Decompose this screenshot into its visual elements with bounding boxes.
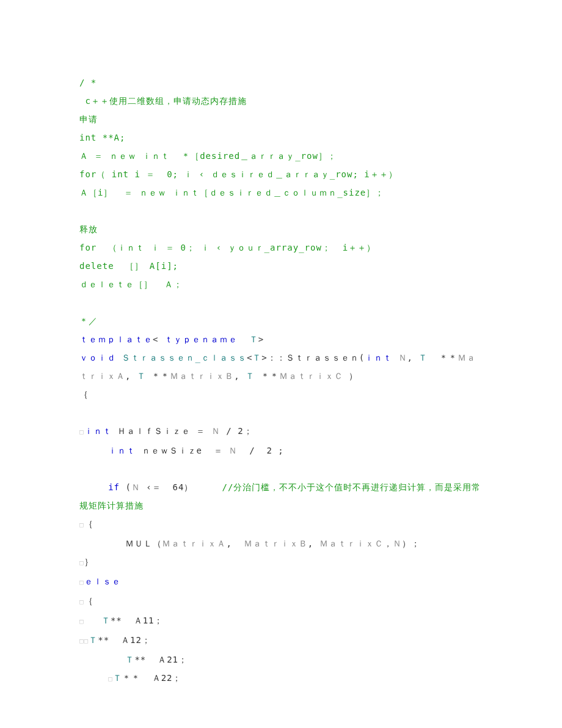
code-line: c＋＋使用二维数组，申请动态内存措施 bbox=[79, 92, 483, 110]
code-segment: , bbox=[407, 353, 419, 362]
code-segment bbox=[79, 408, 85, 417]
code-segment: ** Ａ12； bbox=[98, 635, 151, 645]
code-segment: Ａ ＝ ｎｅｗ ｉｎｔ ＊［desired＿ａｒｒａｙ_row］； bbox=[79, 151, 337, 161]
code-segment: ｔｙｐｅｎａｍｅ bbox=[164, 334, 238, 344]
code-segment: ｔｅｍｐｌａｔｅ bbox=[79, 334, 153, 344]
code-line: □ｉｎｔ ＨａｌｆＳｉｚｅ ＝ Ｎ / 2； bbox=[79, 422, 483, 441]
code-line: 释放 bbox=[79, 220, 483, 238]
code-segment: / 2 ; bbox=[238, 446, 283, 455]
code-line: Ａ［i］ ＝ ｎｅｗ ｉｎｔ［ｄｅｓｉｒｅｄ＿ｃｏｌｕｍｎ_size］； bbox=[79, 183, 483, 202]
code-segment bbox=[79, 673, 108, 683]
code-segment: □ bbox=[79, 617, 84, 625]
code-segment: ‹＝ 64） bbox=[140, 482, 222, 492]
code-segment: □ bbox=[108, 675, 113, 683]
document-page: / * c＋＋使用二维数组，申请动态内存措施申请int **A;Ａ ＝ ｎｅｗ … bbox=[0, 0, 562, 728]
code-segment: ＊／ bbox=[79, 316, 98, 326]
code-segment bbox=[79, 298, 85, 307]
code-line bbox=[79, 403, 483, 422]
code-segment: for （ｉｎｔ ｉ ＝ 0； ｉ ‹ ｙｏｕｒ_array_row； i＋＋） bbox=[79, 243, 376, 252]
code-segment: ＨａｌｆＳｉｚｅ ＝ bbox=[117, 426, 211, 436]
code-line: ｉｎｔ ｎｅｗＳｉｚe ＝ Ｎ / 2 ; bbox=[79, 441, 483, 460]
code-segment: ｛ bbox=[79, 389, 89, 399]
code-segment: Ｓｔｒａｓｓｅｎ_ｃｌａｓｓ bbox=[122, 353, 246, 362]
code-segment bbox=[79, 464, 85, 474]
code-line: ｔｅｍｐｌａｔｅ< ｔｙｐｅｎａｍｅ Ｔ> bbox=[79, 330, 483, 348]
code-line: Ａ ＝ ｎｅｗ ｉｎｔ ＊［desired＿ａｒｒａｙ_row］； bbox=[79, 147, 483, 165]
code-segment bbox=[79, 446, 108, 455]
code-line: ＊／ bbox=[79, 312, 483, 330]
code-segment: □ bbox=[79, 598, 84, 606]
code-line: □｝ bbox=[79, 553, 483, 572]
code-line: □□Ｔ** Ａ12； bbox=[79, 631, 483, 650]
code-segment: □ bbox=[79, 428, 84, 436]
code-line: □Ｔ＊＊ Ａ22； bbox=[79, 669, 483, 688]
code-segment: Ｔ bbox=[249, 334, 258, 344]
code-segment: c＋＋使用二维数组，申请动态内存措施 bbox=[79, 96, 247, 106]
code-segment: Ａ［i］ ＝ ｎｅｗ ｉｎｔ［ｄｅｓｉｒｅｄ＿ｃｏｌｕｍｎ_size］； bbox=[79, 188, 384, 197]
code-segment: ＭａｔｒｉｘＡ bbox=[162, 539, 226, 548]
code-segment: ＊＊ bbox=[151, 371, 170, 381]
code-segment: ｉｎｔ bbox=[84, 426, 117, 436]
code-line: for（ int i ＝ 0; ｉ ‹ ｄｅｓｉｒｅｄ＿ａｒｒａｙ_row; i… bbox=[79, 165, 483, 183]
code-segment: > bbox=[258, 334, 264, 344]
code-segment: ＭａｔｒｉｘＣ bbox=[279, 371, 349, 381]
code-line: int **A; bbox=[79, 128, 483, 147]
code-line: if (Ｎ ‹＝ 64） //分治门槛，不不小于这个值时不再进行递归计算，而是采… bbox=[79, 478, 483, 515]
code-segment: Ｎ bbox=[398, 353, 407, 362]
code-segment: ）； bbox=[402, 539, 420, 548]
code-segment: ｄｅｌｅｔｅ［］ Ａ； bbox=[79, 279, 183, 289]
code-segment: 释放 bbox=[79, 224, 98, 234]
code-segment: < bbox=[247, 353, 252, 362]
code-segment: / 2； bbox=[221, 426, 253, 436]
code-segment: □ bbox=[79, 559, 84, 567]
code-segment: □ bbox=[79, 578, 84, 586]
code-segment: for（ int i ＝ 0; ｉ ‹ ｄｅｓｉｒｅｄ＿ａｒｒａｙ_row; i… bbox=[79, 169, 398, 179]
code-segment: □ bbox=[79, 521, 84, 529]
code-line bbox=[79, 293, 483, 312]
code-segment: ） bbox=[349, 371, 358, 381]
code-segment: Ｔ bbox=[246, 371, 260, 381]
code-segment: ＭａｔｒｉｘＢ bbox=[170, 371, 234, 381]
code-segment: ( bbox=[125, 482, 131, 492]
code-segment: , bbox=[234, 371, 246, 381]
code-line bbox=[79, 460, 483, 478]
code-line: ｛ bbox=[79, 385, 483, 403]
code-segment bbox=[238, 334, 249, 344]
code-segment: ， bbox=[384, 539, 393, 548]
code-segment: 申请 bbox=[79, 114, 98, 124]
code-segment: if bbox=[108, 482, 125, 492]
code-segment: ｉｎｔ bbox=[365, 353, 398, 362]
code-segment: ｝ bbox=[84, 557, 93, 567]
code-segment: Ｎ bbox=[393, 539, 402, 548]
code-segment: ** Ａ21； bbox=[134, 655, 188, 664]
code-segment: Ｔ bbox=[137, 371, 151, 381]
code-line: ＭＵＬ（ＭａｔｒｉｘＡ, ＭａｔｒｉｘＢ, ＭａｔｒｉｘＣ，Ｎ）； bbox=[79, 534, 483, 553]
code-segment: Ｔ bbox=[252, 353, 261, 362]
code-segment: Ｎ bbox=[131, 482, 140, 492]
code-segment: ＭＵＬ（ bbox=[79, 539, 162, 548]
code-segment: ｛ bbox=[84, 519, 93, 529]
code-segment: / * bbox=[79, 78, 97, 87]
code-line: ｖｏｉｄ Ｓｔｒａｓｓｅｎ_ｃｌａｓｓ<Ｔ>：：Ｓｔｒａｓｓｅｎ(ｉｎｔ Ｎ, … bbox=[79, 348, 483, 385]
code-line: 申请 bbox=[79, 110, 483, 128]
code-segment: Ｔ bbox=[89, 635, 98, 645]
code-segment: ** Ａ11； bbox=[111, 616, 164, 625]
code-segment bbox=[79, 206, 85, 216]
code-segment: ｉｎｔ bbox=[108, 446, 141, 455]
code-segment: < bbox=[153, 334, 164, 344]
code-line: □｛ bbox=[79, 592, 483, 611]
code-segment: ｖｏｉｄ bbox=[79, 353, 122, 362]
code-line: □｛ bbox=[79, 515, 483, 534]
code-block: / * c＋＋使用二维数组，申请动态内存措施申请int **A;Ａ ＝ ｎｅｗ … bbox=[79, 73, 483, 688]
code-segment: delete ［］ A[i]; bbox=[79, 261, 178, 271]
code-segment: ｛ bbox=[84, 596, 93, 606]
code-line: delete ［］ A[i]; bbox=[79, 257, 483, 275]
code-segment: int **A; bbox=[79, 133, 125, 142]
code-segment: ｎｅｗＳｉｚe ＝ bbox=[142, 446, 229, 455]
code-line: □ｅｌｓｅ bbox=[79, 572, 483, 592]
code-segment bbox=[79, 482, 108, 492]
code-segment: ＭａｔｒｉｘＢ bbox=[244, 539, 308, 548]
code-segment bbox=[79, 655, 125, 664]
code-segment: ＊＊ bbox=[439, 353, 458, 362]
code-segment: Ｔ bbox=[418, 353, 439, 362]
